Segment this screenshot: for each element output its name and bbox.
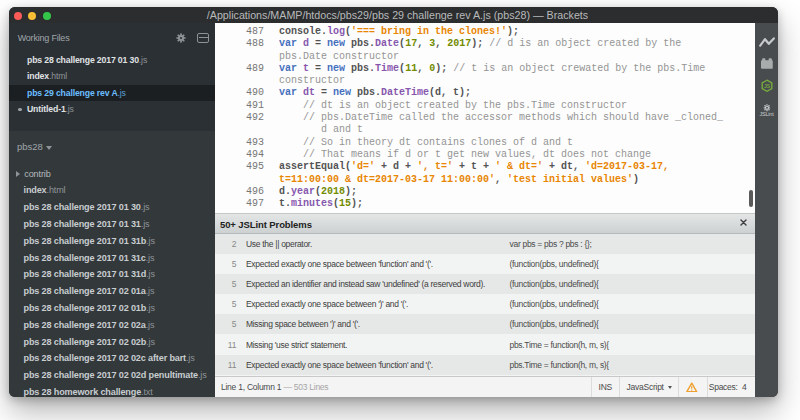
svg-text:JS: JS bbox=[763, 82, 770, 88]
